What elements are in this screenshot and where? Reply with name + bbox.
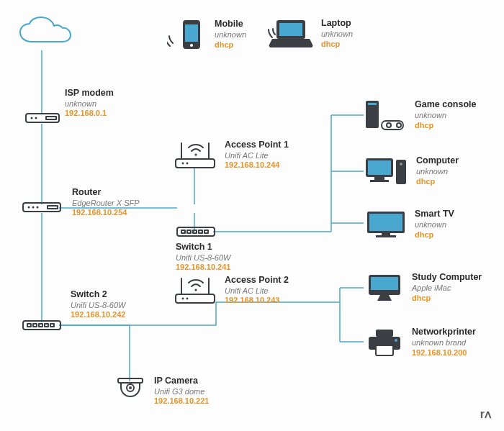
node-name: Study Computer [412,272,482,283]
node-model: unknown [65,99,114,109]
ap-icon [173,140,217,171]
svg-rect-36 [181,230,185,233]
node-name: Networkprinter [412,327,476,338]
svg-rect-74 [376,345,393,355]
svg-point-55 [129,386,132,389]
node-model: EdgeRouter X SFP [72,199,140,209]
svg-rect-44 [39,324,42,327]
node-model: Unifi AC Lite [225,286,289,296]
node-ap2: Access Point 2 Unifi AC Lite 192.168.10.… [173,275,289,306]
svg-point-25 [28,207,30,209]
svg-rect-67 [369,214,402,231]
node-ap1: Access Point 1 Unifi AC Lite 192.168.10.… [173,140,289,171]
node-addr: 192.168.10.241 [176,263,230,273]
svg-rect-28 [48,206,58,209]
node-model: unknown [321,30,353,40]
svg-point-65 [400,163,402,165]
computer-icon [364,155,409,187]
svg-rect-61 [368,160,391,175]
watermark: rʌ [480,407,491,421]
svg-point-26 [32,207,35,209]
node-addr: dhcp [415,230,454,240]
node-model: Unifi US-8-60W [71,301,125,311]
node-model: Unifi G3 dome [154,387,209,397]
ap-icon [173,276,217,306]
node-computer: Computer unknown dhcp [364,155,459,187]
node-addr: dhcp [416,177,459,187]
svg-point-58 [387,123,391,127]
svg-point-52 [186,297,189,299]
svg-rect-40 [204,230,208,233]
cloud-icon [16,16,72,50]
svg-rect-62 [374,177,384,180]
switch-icon [176,226,216,239]
svg-rect-45 [45,324,48,327]
imac-icon [364,272,405,304]
mobile-icon [167,19,207,50]
svg-point-21 [31,117,33,119]
svg-rect-39 [199,230,202,233]
node-addr: dhcp [215,40,246,50]
svg-point-17 [190,44,193,47]
node-name: Game console [415,99,476,111]
node-model: Unifi US-8-60W [176,253,230,263]
node-router: Router EdgeRouter X SFP 192.168.10.254 [72,184,140,218]
svg-rect-38 [193,230,197,233]
node-addr: 192.168.10.243 [225,296,289,306]
node-model: unknown [415,111,476,121]
svg-point-31 [194,153,197,155]
svg-point-49 [194,289,197,291]
svg-rect-63 [370,180,389,182]
svg-rect-72 [376,330,393,337]
laptop-icon [266,17,314,50]
svg-point-33 [182,162,184,164]
svg-rect-50 [176,294,215,303]
node-name: ISP modem [65,88,114,99]
node-addr: 192.168.10.242 [71,310,125,320]
node-addr: 192.168.10.221 [154,396,209,407]
node-network-printer: Networkprinter unknown brand 192.168.10.… [364,327,476,358]
node-addr: dhcp [412,294,482,304]
node-switch2: Switch 2 Unifi US-8-60W 192.168.10.242 [71,286,125,320]
node-model: unknown [415,220,454,230]
node-name: Access Point 1 [225,140,289,151]
svg-rect-69 [376,235,396,237]
svg-point-34 [186,162,189,164]
svg-rect-71 [371,277,398,290]
node-name: Access Point 2 [225,275,289,286]
svg-point-27 [37,207,39,209]
node-name: Switch 2 [71,289,125,301]
node-addr: 192.168.10.200 [412,348,476,358]
network-diagram: Mobile unknown dhcp Laptop unknown dhcp … [0,0,504,431]
switch2-icon [22,319,62,332]
node-ip-camera: IP Camera Unifi G3 dome 192.168.10.221 [114,376,209,407]
node-name: IP Camera [154,376,209,387]
svg-rect-68 [382,233,390,235]
node-model: Unifi AC Lite [225,151,289,161]
node-addr: 192.168.0.1 [65,109,114,119]
svg-point-22 [35,117,37,119]
svg-rect-32 [176,159,215,168]
node-addr: 192.168.10.254 [72,208,140,218]
camera-icon [114,377,147,406]
svg-rect-53 [118,378,143,383]
node-addr: 192.168.10.244 [225,160,289,171]
node-addr: dhcp [415,121,476,131]
node-name: Computer [416,155,459,167]
svg-rect-37 [187,230,191,233]
node-model: unknown [416,167,459,177]
node-name: Smart TV [415,209,454,220]
console-icon [364,99,408,131]
node-model: unknown [215,30,246,40]
node-smart-tv: Smart TV unknown dhcp [364,209,454,240]
node-laptop: Laptop unknown dhcp [266,17,353,50]
svg-rect-46 [50,324,54,327]
node-switch1: Switch 1 Unifi US-8-60W 192.168.10.241 [176,226,230,273]
node-name: Router [72,187,140,199]
node-model: unknown brand [412,338,476,348]
svg-rect-19 [279,23,302,36]
node-model: Apple iMac [412,283,482,294]
svg-rect-43 [33,324,37,327]
node-addr: dhcp [321,40,353,50]
router-icon [22,201,62,214]
